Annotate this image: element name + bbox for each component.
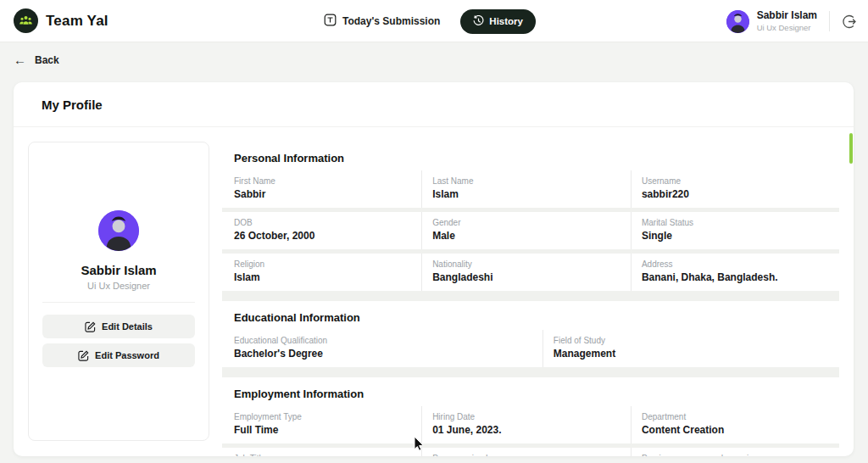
- field-value: Content Creation: [642, 424, 832, 436]
- field-label: Employment Type: [234, 412, 415, 421]
- team-logo-icon: [14, 8, 38, 33]
- edit-password-button[interactable]: Edit Password: [42, 343, 195, 367]
- info-field: Hiring Date01 June, 2023.: [421, 406, 631, 443]
- field-label: First Name: [234, 176, 415, 186]
- field-value: Bangladeshi: [432, 271, 624, 283]
- todays-submission-link[interactable]: Today's Submission: [324, 14, 440, 29]
- field-label: Nationality: [432, 259, 624, 269]
- back-arrow-icon: ←: [14, 53, 26, 67]
- back-label: Back: [35, 54, 59, 66]
- info-field: First NameSabbir: [222, 170, 421, 208]
- todays-submission-label: Today's Submission: [342, 15, 440, 27]
- profile-avatar: [98, 210, 139, 251]
- field-label: Job Title: [234, 454, 415, 456]
- field-label: Field of Study: [554, 336, 832, 345]
- section-title: Personal Information: [222, 142, 839, 170]
- divider: [42, 302, 195, 303]
- field-value: Management: [554, 348, 832, 360]
- user-role: Ui Ux Designer: [757, 23, 817, 33]
- profile-role: Ui Ux Designer: [29, 281, 209, 291]
- field-label: Programming Languages: [432, 454, 624, 456]
- edit-icon: [78, 350, 89, 361]
- edit-details-label: Edit Details: [102, 321, 153, 332]
- field-value: Banani, Dhaka, Bangladesh.: [642, 271, 832, 283]
- field-label: Address: [642, 259, 832, 269]
- info-field: Marital StatusSingle: [631, 212, 839, 249]
- info-row: DOB26 October, 2000GenderMaleMarital Sta…: [222, 212, 839, 249]
- info-field: AddressBanani, Dhaka, Bangladesh.: [631, 254, 839, 291]
- info-field: DepartmentContent Creation: [631, 406, 839, 443]
- field-label: Username: [642, 176, 832, 186]
- info-field: DOB26 October, 2000: [222, 212, 421, 249]
- edit-icon: [85, 321, 96, 332]
- field-value: Male: [432, 230, 624, 242]
- field-value: 01 June, 2023.: [432, 424, 624, 436]
- history-button[interactable]: History: [460, 9, 536, 34]
- edit-details-button[interactable]: Edit Details: [42, 315, 195, 338]
- profile-page-card: My Profile Sabbir Islam Ui Ux Designer E…: [14, 82, 854, 456]
- section-gap: [222, 367, 839, 377]
- info-field: Programming Languages-: [421, 448, 631, 456]
- field-value: 26 October, 2000: [234, 230, 415, 242]
- logout-button[interactable]: [842, 14, 856, 29]
- edit-password-label: Edit Password: [95, 350, 159, 360]
- brand-name: Team Yal: [46, 13, 108, 30]
- info-row: Job TitleUi Ux DesignerProgramming Langu…: [222, 448, 839, 456]
- field-value: Islam: [432, 188, 624, 200]
- info-field: Field of StudyManagement: [542, 330, 839, 367]
- info-field: Educational QualificationBachelor's Degr…: [222, 330, 542, 367]
- info-row: ReligionIslamNationalityBangladeshiAddre…: [222, 254, 839, 291]
- nav-right: Sabbir Islam Ui Ux Designer: [726, 0, 856, 42]
- field-label: Hiring Date: [432, 412, 624, 421]
- field-value: Islam: [234, 271, 415, 283]
- user-name: Sabbir Islam: [757, 9, 817, 22]
- history-label: History: [489, 16, 523, 26]
- info-field: Employment TypeFull Time: [222, 406, 421, 443]
- info-field: Job TitleUi Ux Designer: [222, 448, 421, 456]
- scrollbar-thumb[interactable]: [849, 133, 853, 164]
- field-value: Full Time: [234, 424, 415, 436]
- field-value: Bachelor's Degree: [234, 348, 536, 360]
- field-label: Last Name: [432, 176, 624, 186]
- info-row: Educational QualificationBachelor's Degr…: [222, 330, 839, 367]
- section-gap: [222, 291, 839, 301]
- field-label: DOB: [234, 218, 415, 227]
- field-label: Department: [642, 412, 832, 421]
- info-sections: Personal InformationFirst NameSabbirLast…: [222, 142, 839, 456]
- back-button[interactable]: ← Back: [14, 53, 59, 67]
- nav-center: Today's Submission History: [324, 0, 536, 42]
- info-row: Employment TypeFull TimeHiring Date01 Ju…: [222, 406, 839, 443]
- page-title: My Profile: [42, 98, 103, 112]
- submission-icon: [324, 14, 337, 29]
- field-label: Previous courses and experience: [642, 454, 832, 456]
- info-field: ReligionIslam: [222, 254, 421, 291]
- info-field: Previous courses and experienceAdded: [631, 448, 839, 456]
- user-avatar[interactable]: [726, 10, 749, 33]
- profile-summary-panel: Sabbir Islam Ui Ux Designer Edit Details…: [28, 142, 209, 441]
- field-label: Marital Status: [642, 218, 832, 227]
- section-title: Employment Information: [222, 377, 839, 406]
- scrollbar-track[interactable]: [849, 82, 853, 456]
- field-label: Educational Qualification: [234, 336, 536, 345]
- divider: [14, 126, 854, 127]
- top-navbar: Team Yal Today's Submission History: [0, 0, 868, 42]
- info-field: Last NameIslam: [421, 170, 631, 208]
- field-label: Religion: [234, 259, 415, 269]
- profile-name: Sabbir Islam: [29, 263, 209, 277]
- section-title: Educational Information: [222, 301, 839, 330]
- field-label: Gender: [432, 218, 624, 227]
- field-value: sabbir220: [642, 188, 832, 200]
- info-field: NationalityBangladeshi: [421, 254, 631, 291]
- user-info: Sabbir Islam Ui Ux Designer: [757, 9, 817, 33]
- info-field: Usernamesabbir220: [631, 170, 839, 208]
- history-icon: [473, 15, 484, 28]
- field-value: Sabbir: [234, 188, 415, 200]
- info-field: GenderMale: [421, 212, 631, 249]
- divider: [829, 11, 830, 31]
- info-row: First NameSabbirLast NameIslamUsernamesa…: [222, 170, 839, 208]
- field-value: Single: [642, 230, 832, 242]
- brand[interactable]: Team Yal: [14, 8, 108, 33]
